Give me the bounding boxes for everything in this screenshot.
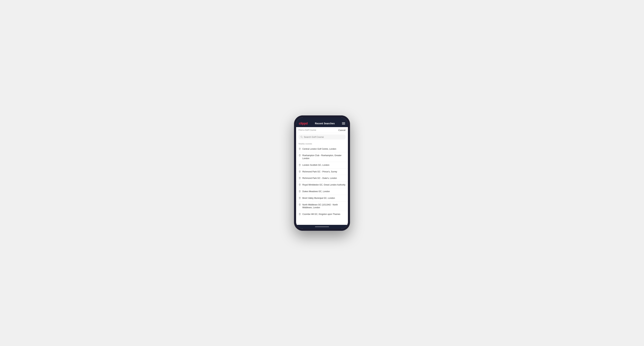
list-item[interactable]: London Scottish GC, London <box>296 162 348 169</box>
svg-point-2 <box>300 148 300 149</box>
list-item[interactable]: Royal Wimbledon GC, Great London Authori… <box>296 182 348 188</box>
app-logo: clippd <box>299 122 308 125</box>
hamburger-menu-button[interactable] <box>342 122 345 125</box>
list-item[interactable]: Richmond Park GC - Prince's, Surrey <box>296 169 348 175</box>
location-icon <box>298 183 301 186</box>
hamburger-line-1 <box>342 122 345 123</box>
location-icon <box>298 197 301 199</box>
app-header: clippd Recent Searches <box>296 120 348 127</box>
svg-point-9 <box>300 197 300 198</box>
nearby-courses-section: Nearby courses Central London Golf Centr… <box>296 141 348 225</box>
course-name: Brent Valley Municipal GC, London <box>302 197 335 200</box>
svg-point-4 <box>300 165 300 165</box>
list-item[interactable]: Roehampton Club - Roehampton, Greater Lo… <box>296 152 348 162</box>
svg-point-0 <box>301 136 302 137</box>
svg-point-7 <box>300 184 300 185</box>
course-name: Royal Wimbledon GC, Great London Authori… <box>302 183 345 186</box>
location-icon <box>298 148 301 150</box>
course-name: Central London Golf Centre, London <box>302 148 336 151</box>
home-bar <box>315 226 329 227</box>
course-name: Roehampton Club - Roehampton, Greater Lo… <box>302 154 346 160</box>
search-box <box>298 135 346 140</box>
course-name: Coombe Hill GC, Kingston upon Thames <box>302 213 340 216</box>
location-icon <box>298 171 301 173</box>
location-icon <box>298 213 301 215</box>
phone-screen: clippd Recent Searches Find a Golf Cours… <box>296 118 348 229</box>
list-item[interactable]: North Middlesex GC (1011942 - North Midd… <box>296 202 348 211</box>
search-container <box>296 133 348 141</box>
list-item[interactable]: Richmond Park GC - Duke's, London <box>296 175 348 182</box>
header-title: Recent Searches <box>315 122 335 125</box>
list-item[interactable]: Coombe Hill GC, Kingston upon Thames <box>296 211 348 217</box>
svg-point-11 <box>300 214 300 214</box>
location-icon <box>298 190 301 193</box>
svg-point-6 <box>300 178 300 178</box>
location-icon <box>298 203 301 206</box>
course-name: North Middlesex GC (1011942 - North Midd… <box>302 203 346 209</box>
nearby-section-label: Nearby courses <box>296 141 348 146</box>
svg-point-5 <box>300 171 300 172</box>
search-input[interactable] <box>304 136 344 138</box>
home-indicator <box>296 225 348 229</box>
find-header: Find a Golf Course Cancel <box>296 127 348 133</box>
svg-point-3 <box>300 155 300 156</box>
phone-device: clippd Recent Searches Find a Golf Cours… <box>294 115 350 231</box>
location-icon <box>298 164 301 166</box>
hamburger-line-3 <box>342 124 345 125</box>
cancel-button[interactable]: Cancel <box>338 129 346 132</box>
list-item[interactable]: Brent Valley Municipal GC, London <box>296 195 348 202</box>
list-item[interactable]: Central London Golf Centre, London <box>296 146 348 153</box>
course-name: Dukes Meadows GC, London <box>302 190 330 193</box>
svg-point-10 <box>300 204 300 204</box>
course-name: Richmond Park GC - Prince's, Surrey <box>302 170 337 173</box>
svg-line-1 <box>302 137 302 138</box>
search-icon <box>300 136 303 138</box>
list-item[interactable]: Dukes Meadows GC, London <box>296 188 348 195</box>
course-name: Richmond Park GC - Duke's, London <box>302 177 337 180</box>
location-icon <box>298 154 301 157</box>
hamburger-line-2 <box>342 123 345 124</box>
location-icon <box>298 177 301 179</box>
find-label: Find a Golf Course <box>298 129 316 131</box>
svg-point-8 <box>300 191 300 191</box>
status-bar <box>296 118 348 120</box>
course-name: London Scottish GC, London <box>302 164 329 167</box>
